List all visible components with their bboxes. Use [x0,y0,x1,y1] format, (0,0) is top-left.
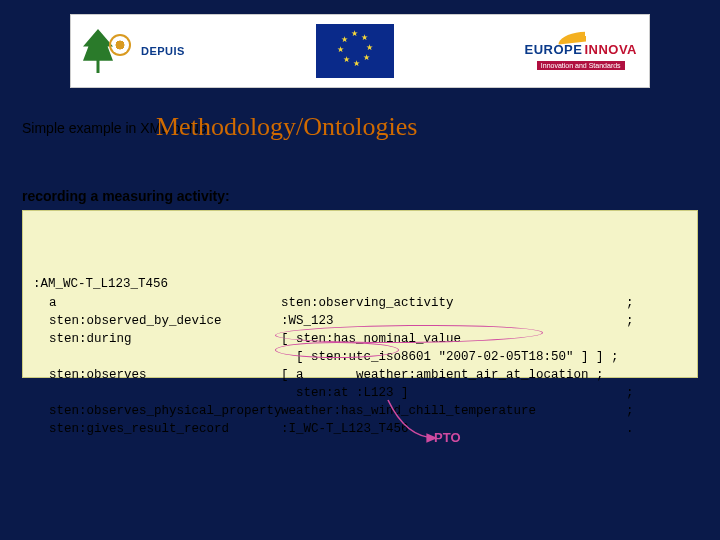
code-block: :AM_WC-T_L123_T456asten:observing_activi… [22,210,698,378]
code-line: :AM_WC-T_L123_T456 [33,275,687,293]
logo-header: DEPUIS ★ ★ ★ ★ ★ ★ ★ ★ EUROPE INNOVA Inn… [70,14,650,88]
gear-icon [111,36,129,54]
code-left: sten:observed_by_device [33,312,281,330]
code-left: sten:observes [33,366,281,384]
pto-label: PTO [434,430,461,445]
code-left: :AM_WC-T_L123_T456 [33,275,281,293]
innova-tagline: Innovation and Standards [537,61,625,70]
code-right [281,275,687,293]
innova-innova-text: INNOVA [584,42,637,57]
title-row: Simple example in XML or N3 Methodology/… [22,116,698,150]
eu-flag-icon: ★ ★ ★ ★ ★ ★ ★ ★ [316,24,394,78]
code-line: sten:gives_result_record:I_WC-T_L123_T45… [33,420,687,438]
code-right: [ a weather:ambient_air_at_location ; [281,366,687,384]
code-right: :I_WC-T_L123_T456 . [281,420,687,438]
europe-innova-logo: EUROPE INNOVA Innovation and Standards [524,32,637,70]
tree-icon [83,29,113,73]
depuis-logo: DEPUIS [83,29,185,73]
code-right: sten:observing_activity ; [281,294,687,312]
code-left: sten:gives_result_record [33,420,281,438]
innova-europe-text: EUROPE [524,42,582,57]
slide-big-title: Methodology/Ontologies [156,112,417,142]
code-right: sten:at :L123 ] ; [281,384,687,402]
code-left: a [33,294,281,312]
subheading: recording a measuring activity: [22,188,698,204]
code-right: weather:has_wind_chill_temperature ; [281,402,687,420]
code-line: sten:observes_physical_propertyweather:h… [33,402,687,420]
code-line: asten:observing_activity ; [33,294,687,312]
code-left [33,384,281,402]
code-left: sten:during [33,330,281,348]
code-left: sten:observes_physical_property [33,402,281,420]
code-left [33,348,281,366]
code-line: sten:at :L123 ] ; [33,384,687,402]
highlight-oval-icon [275,342,399,358]
code-line: sten:observes[ a weather:ambient_air_at_… [33,366,687,384]
depuis-logo-text: DEPUIS [141,45,185,57]
